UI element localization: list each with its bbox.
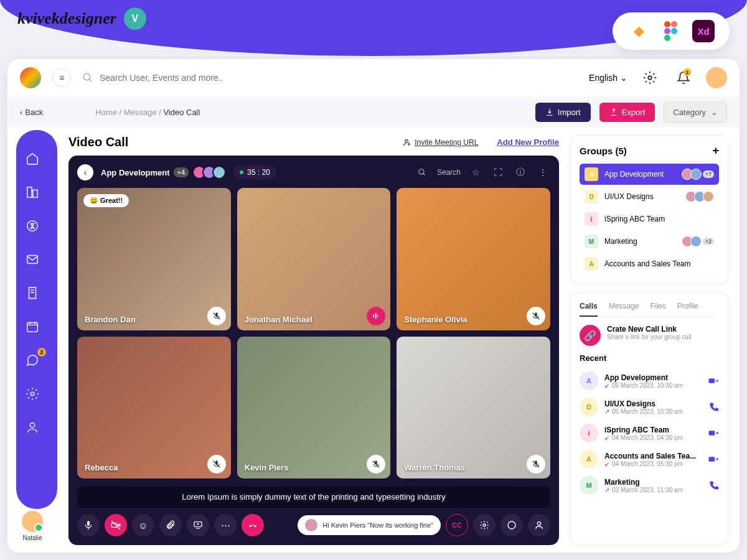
recent-time: 04 March 2023, 04:30 pm bbox=[612, 434, 683, 441]
group-item[interactable]: D UI/UX Designs bbox=[580, 186, 719, 207]
xd-icon: Xd bbox=[692, 20, 715, 42]
crumb-message[interactable]: Message bbox=[124, 108, 157, 117]
users-icon bbox=[534, 520, 544, 530]
invite-link[interactable]: Invite Meeting URL bbox=[402, 138, 478, 147]
mic-toggle[interactable] bbox=[207, 455, 226, 474]
sidebar-user[interactable]: Natalie bbox=[22, 511, 43, 553]
participants-button[interactable] bbox=[528, 514, 550, 536]
recent-time: 05 March 2023, 10:30 am bbox=[612, 408, 683, 415]
mic-toggle[interactable] bbox=[527, 455, 545, 474]
export-button[interactable]: Export bbox=[599, 103, 655, 122]
recent-call-item[interactable]: M Marketing ↗03 March 2023, 11:30 am bbox=[580, 472, 719, 498]
svg-point-16 bbox=[408, 143, 410, 144]
nav-home[interactable] bbox=[24, 150, 41, 167]
recent-call-item[interactable]: i iSpring ABC Team ↙04 March 2023, 04:30… bbox=[580, 420, 719, 446]
menu-toggle-button[interactable]: ≡ bbox=[52, 68, 71, 87]
recent-call-item[interactable]: A Accounts and Sales Tea... ↙04 March 20… bbox=[580, 446, 719, 472]
chat-call-button[interactable] bbox=[500, 514, 523, 536]
screenshare-button[interactable] bbox=[187, 514, 209, 536]
more-controls-button[interactable]: ⋯ bbox=[214, 514, 237, 536]
tab-files[interactable]: Files bbox=[650, 302, 665, 317]
video-tile[interactable]: Rebecca bbox=[77, 337, 231, 479]
more-button[interactable]: ⋮ bbox=[535, 165, 550, 180]
nav-settings[interactable] bbox=[24, 385, 41, 403]
designer-strip: kvivekdesigner V bbox=[17, 7, 146, 30]
add-group-button[interactable]: + bbox=[712, 144, 719, 157]
nav-calendar[interactable] bbox=[24, 318, 41, 335]
import-button[interactable]: Import bbox=[535, 103, 591, 122]
calendar-icon bbox=[26, 320, 39, 334]
mic-toggle[interactable] bbox=[527, 307, 545, 325]
recent-call-item[interactable]: A App Development ↙05 March 2023, 10:30 … bbox=[580, 368, 719, 394]
emoji-button[interactable]: ☺ bbox=[132, 514, 154, 536]
sidebar-avatar bbox=[22, 511, 43, 532]
nav-time[interactable] bbox=[24, 217, 41, 235]
video-tile[interactable]: Kevin Piers bbox=[237, 337, 391, 479]
video-tile[interactable]: 😀 Great!! Brandon Dan bbox=[77, 188, 231, 330]
svg-point-14 bbox=[30, 423, 34, 427]
group-avatars bbox=[688, 191, 714, 202]
search-icon bbox=[82, 72, 93, 83]
tab-profile[interactable]: Profile bbox=[677, 302, 698, 317]
search-input[interactable] bbox=[100, 73, 578, 83]
mail-icon bbox=[26, 253, 39, 266]
tab-calls[interactable]: Calls bbox=[580, 302, 598, 317]
mic-toggle[interactable] bbox=[367, 307, 385, 325]
tab-message[interactable]: Message bbox=[609, 302, 639, 317]
video-tile[interactable]: Warren Thomas bbox=[397, 337, 550, 479]
nav-chat[interactable]: 2 bbox=[24, 352, 41, 369]
add-profile-link[interactable]: Add New Profile bbox=[497, 138, 559, 147]
participant-name: Jonathan Michael bbox=[245, 315, 312, 324]
crumb-home[interactable]: Home bbox=[95, 108, 117, 117]
new-call-link[interactable]: 🔗 Crate New Call Link Share a link for y… bbox=[580, 325, 719, 346]
group-name: Accounts and Sales Team bbox=[604, 259, 708, 268]
star-button[interactable]: ☆ bbox=[468, 165, 483, 180]
nav-profile[interactable] bbox=[24, 419, 41, 436]
video-tile[interactable]: Jonathan Michael bbox=[237, 188, 391, 330]
back-button[interactable]: ‹ Back bbox=[20, 108, 43, 117]
video-tile[interactable]: Stephanie Olivia bbox=[397, 188, 550, 330]
notification-badge: 1 bbox=[684, 68, 691, 76]
recent-time: 03 March 2023, 11:30 am bbox=[612, 487, 683, 493]
category-dropdown[interactable]: Category ⌄ bbox=[664, 102, 727, 123]
attach-button[interactable] bbox=[159, 514, 182, 536]
recent-badge: i bbox=[580, 424, 598, 442]
svg-rect-38 bbox=[709, 378, 715, 383]
hourglass-icon bbox=[26, 219, 39, 233]
notifications-button[interactable]: 1 bbox=[672, 67, 695, 89]
gear-icon bbox=[26, 387, 39, 401]
settings-button[interactable] bbox=[639, 67, 661, 89]
search-box[interactable] bbox=[82, 72, 578, 83]
call-back-button[interactable]: ‹ bbox=[77, 164, 93, 180]
chat-icon bbox=[507, 520, 517, 530]
camera-button[interactable] bbox=[105, 514, 127, 536]
svg-point-13 bbox=[31, 392, 34, 396]
nav-receipt[interactable] bbox=[24, 284, 41, 302]
msg-avatar bbox=[305, 519, 317, 531]
recent-name: App Development bbox=[604, 373, 702, 382]
call-timer: 35 : 20 bbox=[233, 166, 276, 179]
recent-badge: D bbox=[580, 398, 598, 416]
mic-icon bbox=[83, 520, 93, 530]
user-avatar[interactable] bbox=[706, 67, 727, 88]
svg-rect-9 bbox=[33, 190, 37, 197]
info-button[interactable]: ⓘ bbox=[513, 165, 528, 180]
mic-button[interactable] bbox=[77, 514, 100, 536]
svg-point-15 bbox=[405, 139, 408, 142]
mic-toggle[interactable] bbox=[207, 307, 226, 325]
recent-call-item[interactable]: D UI/UX Designs ↗05 March 2023, 10:30 am bbox=[580, 394, 719, 420]
nav-mail[interactable] bbox=[24, 251, 41, 268]
nav-buildings[interactable] bbox=[24, 184, 41, 201]
group-item[interactable]: A Accounts and Sales Team bbox=[580, 253, 719, 274]
hangup-button[interactable] bbox=[242, 514, 264, 536]
fullscreen-button[interactable]: ⛶ bbox=[491, 165, 505, 180]
language-selector[interactable]: English ⌄ bbox=[589, 73, 627, 83]
group-item[interactable]: i iSpring ABC Team bbox=[580, 208, 719, 230]
call-search[interactable] bbox=[415, 165, 430, 180]
svg-line-6 bbox=[89, 79, 92, 82]
cc-button[interactable]: CC bbox=[446, 514, 468, 536]
group-item[interactable]: A App Development +7 bbox=[580, 164, 719, 185]
settings-call-button[interactable] bbox=[473, 514, 496, 536]
incoming-message[interactable]: Hi Kevin Piers "Now its working fine" bbox=[298, 515, 441, 535]
group-item[interactable]: M Marketing +2 bbox=[580, 231, 719, 252]
